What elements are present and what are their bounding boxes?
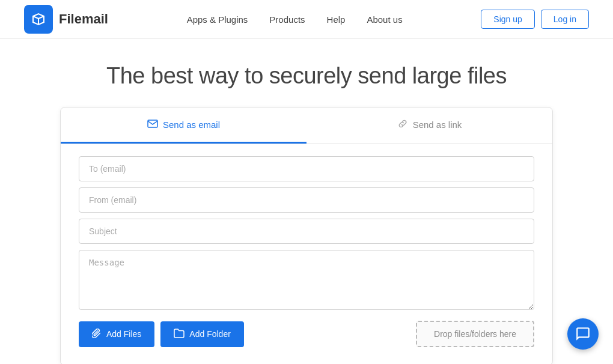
message-textarea[interactable] — [79, 250, 534, 310]
drop-zone-label: Drop files/folders here — [434, 329, 516, 339]
to-email-input[interactable] — [79, 156, 534, 181]
logo-area: Filemail — [24, 5, 108, 34]
add-folder-label: Add Folder — [189, 329, 230, 339]
paperclip-icon — [92, 329, 102, 340]
nav-apps-plugins[interactable]: Apps & Plugins — [187, 14, 248, 25]
main-nav: Apps & Plugins Products Help About us — [187, 14, 403, 25]
tab-send-link[interactable]: Send as link — [306, 108, 552, 144]
link-icon — [397, 118, 408, 131]
folder-icon — [174, 329, 185, 340]
tab-send-email-label: Send as email — [163, 120, 220, 130]
hero-section: The best way to securely send large file… — [0, 39, 613, 107]
card-wrapper: Send as email Send as link — [0, 107, 613, 364]
header-buttons: Sign up Log in — [481, 10, 589, 29]
add-folder-button[interactable]: Add Folder — [160, 321, 243, 347]
add-files-button[interactable]: Add Files — [79, 321, 154, 347]
subject-input[interactable] — [79, 219, 534, 244]
bottom-row: Add Files Add Folder Drop files/folders … — [61, 321, 552, 347]
card-tabs: Send as email Send as link — [61, 108, 552, 144]
from-email-input[interactable] — [79, 187, 534, 213]
email-icon — [147, 120, 158, 130]
nav-products[interactable]: Products — [269, 14, 305, 25]
chat-icon — [575, 326, 591, 342]
add-files-label: Add Files — [106, 329, 141, 339]
logo-text: Filemail — [59, 11, 108, 27]
form-area — [61, 156, 552, 321]
nav-about-us[interactable]: About us — [367, 14, 402, 25]
nav-help[interactable]: Help — [327, 14, 346, 25]
login-button[interactable]: Log in — [541, 10, 589, 29]
hero-title: The best way to securely send large file… — [12, 63, 601, 89]
tab-send-email[interactable]: Send as email — [61, 108, 306, 144]
tab-send-link-label: Send as link — [413, 120, 462, 130]
send-card: Send as email Send as link — [60, 107, 553, 364]
svg-rect-1 — [148, 120, 157, 127]
signup-button[interactable]: Sign up — [481, 10, 534, 29]
drop-zone[interactable]: Drop files/folders here — [416, 321, 534, 347]
header: Filemail Apps & Plugins Products Help Ab… — [0, 0, 613, 39]
logo-icon — [24, 5, 53, 34]
chat-bubble-button[interactable] — [567, 318, 599, 350]
